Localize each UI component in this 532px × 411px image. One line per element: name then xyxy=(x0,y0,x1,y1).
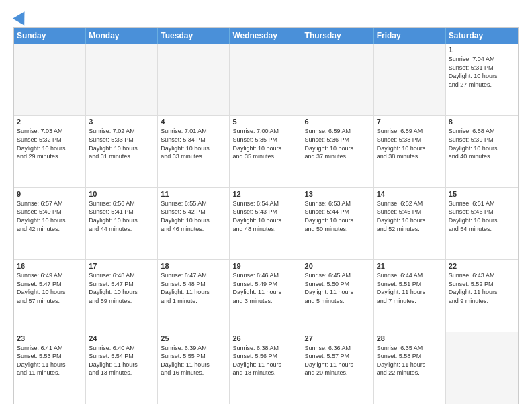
calendar-cell: 18Sunrise: 6:47 AM Sunset: 5:48 PM Dayli… xyxy=(158,260,230,331)
day-number: 18 xyxy=(161,262,226,270)
calendar-cell: 2Sunrise: 7:03 AM Sunset: 5:32 PM Daylig… xyxy=(14,116,86,187)
day-number: 8 xyxy=(449,118,515,126)
page: SundayMondayTuesdayWednesdayThursdayFrid… xyxy=(0,0,532,411)
calendar-cell xyxy=(86,44,158,115)
calendar-cell: 6Sunrise: 6:59 AM Sunset: 5:36 PM Daylig… xyxy=(302,116,374,187)
day-number: 17 xyxy=(89,262,154,270)
day-info: Sunrise: 6:56 AM Sunset: 5:41 PM Dayligh… xyxy=(89,199,154,233)
logo-triangle-icon xyxy=(13,8,30,26)
day-info: Sunrise: 6:41 AM Sunset: 5:53 PM Dayligh… xyxy=(17,344,83,377)
calendar-cell: 12Sunrise: 6:54 AM Sunset: 5:43 PM Dayli… xyxy=(230,188,302,259)
day-info: Sunrise: 6:59 AM Sunset: 5:38 PM Dayligh… xyxy=(377,127,443,161)
calendar-cell: 9Sunrise: 6:57 AM Sunset: 5:40 PM Daylig… xyxy=(14,188,86,259)
calendar-cell: 20Sunrise: 6:45 AM Sunset: 5:50 PM Dayli… xyxy=(302,260,374,331)
day-number: 19 xyxy=(232,262,298,270)
logo xyxy=(13,11,28,20)
day-info: Sunrise: 6:52 AM Sunset: 5:45 PM Dayligh… xyxy=(377,199,443,233)
calendar-cell xyxy=(14,44,86,115)
calendar-cell: 17Sunrise: 6:48 AM Sunset: 5:47 PM Dayli… xyxy=(86,260,158,331)
day-info: Sunrise: 7:02 AM Sunset: 5:33 PM Dayligh… xyxy=(89,127,154,161)
day-number: 7 xyxy=(377,118,443,126)
calendar-cell: 23Sunrise: 6:41 AM Sunset: 5:53 PM Dayli… xyxy=(14,332,86,404)
day-number: 23 xyxy=(17,334,83,342)
day-number: 26 xyxy=(232,334,298,342)
day-number: 11 xyxy=(161,190,226,198)
calendar-row-4: 16Sunrise: 6:49 AM Sunset: 5:47 PM Dayli… xyxy=(14,260,518,332)
day-number: 9 xyxy=(17,190,83,198)
day-number: 16 xyxy=(17,262,83,270)
calendar-cell: 26Sunrise: 6:38 AM Sunset: 5:56 PM Dayli… xyxy=(230,332,302,404)
calendar: SundayMondayTuesdayWednesdayThursdayFrid… xyxy=(13,27,519,404)
day-number: 10 xyxy=(89,190,154,198)
calendar-cell: 28Sunrise: 6:35 AM Sunset: 5:58 PM Dayli… xyxy=(374,332,446,404)
day-info: Sunrise: 6:39 AM Sunset: 5:55 PM Dayligh… xyxy=(161,344,226,377)
weekday-header-wednesday: Wednesday xyxy=(230,28,302,44)
day-number: 4 xyxy=(161,118,226,126)
calendar-row-3: 9Sunrise: 6:57 AM Sunset: 5:40 PM Daylig… xyxy=(14,188,518,260)
day-number: 12 xyxy=(232,190,298,198)
calendar-cell: 22Sunrise: 6:43 AM Sunset: 5:52 PM Dayli… xyxy=(446,260,518,331)
day-info: Sunrise: 6:48 AM Sunset: 5:47 PM Dayligh… xyxy=(89,271,154,305)
day-info: Sunrise: 6:49 AM Sunset: 5:47 PM Dayligh… xyxy=(17,271,83,305)
calendar-header: SundayMondayTuesdayWednesdayThursdayFrid… xyxy=(14,28,518,44)
calendar-cell: 8Sunrise: 6:58 AM Sunset: 5:39 PM Daylig… xyxy=(446,116,518,187)
day-info: Sunrise: 6:36 AM Sunset: 5:57 PM Dayligh… xyxy=(305,344,371,377)
calendar-body: 1Sunrise: 7:04 AM Sunset: 5:31 PM Daylig… xyxy=(14,44,518,404)
weekday-header-friday: Friday xyxy=(374,28,446,44)
weekday-header-sunday: Sunday xyxy=(14,28,86,44)
weekday-header-saturday: Saturday xyxy=(446,28,518,44)
day-info: Sunrise: 6:58 AM Sunset: 5:39 PM Dayligh… xyxy=(449,127,515,161)
day-number: 13 xyxy=(305,190,371,198)
calendar-cell: 3Sunrise: 7:02 AM Sunset: 5:33 PM Daylig… xyxy=(86,116,158,187)
calendar-cell: 25Sunrise: 6:39 AM Sunset: 5:55 PM Dayli… xyxy=(158,332,230,404)
day-info: Sunrise: 6:54 AM Sunset: 5:43 PM Dayligh… xyxy=(232,199,298,233)
calendar-cell xyxy=(158,44,230,115)
day-number: 28 xyxy=(377,334,443,342)
calendar-row-1: 1Sunrise: 7:04 AM Sunset: 5:31 PM Daylig… xyxy=(14,44,518,116)
day-number: 21 xyxy=(377,262,443,270)
calendar-cell: 21Sunrise: 6:44 AM Sunset: 5:51 PM Dayli… xyxy=(374,260,446,331)
day-info: Sunrise: 6:51 AM Sunset: 5:46 PM Dayligh… xyxy=(449,199,515,233)
weekday-header-monday: Monday xyxy=(86,28,158,44)
weekday-header-tuesday: Tuesday xyxy=(158,28,230,44)
calendar-row-2: 2Sunrise: 7:03 AM Sunset: 5:32 PM Daylig… xyxy=(14,116,518,187)
calendar-cell xyxy=(374,44,446,115)
day-info: Sunrise: 6:59 AM Sunset: 5:36 PM Dayligh… xyxy=(305,127,371,161)
calendar-cell: 11Sunrise: 6:55 AM Sunset: 5:42 PM Dayli… xyxy=(158,188,230,259)
calendar-cell: 15Sunrise: 6:51 AM Sunset: 5:46 PM Dayli… xyxy=(446,188,518,259)
day-info: Sunrise: 6:53 AM Sunset: 5:44 PM Dayligh… xyxy=(305,199,371,233)
day-number: 25 xyxy=(161,334,226,342)
calendar-cell: 24Sunrise: 6:40 AM Sunset: 5:54 PM Dayli… xyxy=(86,332,158,404)
header xyxy=(13,11,519,20)
calendar-cell: 19Sunrise: 6:46 AM Sunset: 5:49 PM Dayli… xyxy=(230,260,302,331)
day-number: 24 xyxy=(89,334,154,342)
calendar-cell xyxy=(446,332,518,404)
day-info: Sunrise: 6:43 AM Sunset: 5:52 PM Dayligh… xyxy=(449,271,515,305)
calendar-cell xyxy=(302,44,374,115)
day-number: 20 xyxy=(305,262,371,270)
calendar-cell: 1Sunrise: 7:04 AM Sunset: 5:31 PM Daylig… xyxy=(446,44,518,115)
day-number: 2 xyxy=(17,118,83,126)
day-number: 3 xyxy=(89,118,154,126)
day-info: Sunrise: 6:44 AM Sunset: 5:51 PM Dayligh… xyxy=(377,271,443,305)
calendar-cell: 27Sunrise: 6:36 AM Sunset: 5:57 PM Dayli… xyxy=(302,332,374,404)
calendar-cell: 7Sunrise: 6:59 AM Sunset: 5:38 PM Daylig… xyxy=(374,116,446,187)
calendar-cell: 10Sunrise: 6:56 AM Sunset: 5:41 PM Dayli… xyxy=(86,188,158,259)
day-info: Sunrise: 6:46 AM Sunset: 5:49 PM Dayligh… xyxy=(232,271,298,305)
weekday-header-thursday: Thursday xyxy=(302,28,374,44)
calendar-cell: 13Sunrise: 6:53 AM Sunset: 5:44 PM Dayli… xyxy=(302,188,374,259)
day-number: 27 xyxy=(305,334,371,342)
day-info: Sunrise: 6:38 AM Sunset: 5:56 PM Dayligh… xyxy=(232,344,298,377)
calendar-cell: 16Sunrise: 6:49 AM Sunset: 5:47 PM Dayli… xyxy=(14,260,86,331)
logo-text xyxy=(13,11,28,23)
day-info: Sunrise: 6:45 AM Sunset: 5:50 PM Dayligh… xyxy=(305,271,371,305)
day-info: Sunrise: 6:35 AM Sunset: 5:58 PM Dayligh… xyxy=(377,344,443,377)
calendar-row-5: 23Sunrise: 6:41 AM Sunset: 5:53 PM Dayli… xyxy=(14,332,518,404)
day-info: Sunrise: 6:55 AM Sunset: 5:42 PM Dayligh… xyxy=(161,199,226,233)
day-number: 6 xyxy=(305,118,371,126)
calendar-cell xyxy=(230,44,302,115)
calendar-cell: 5Sunrise: 7:00 AM Sunset: 5:35 PM Daylig… xyxy=(230,116,302,187)
day-info: Sunrise: 7:01 AM Sunset: 5:34 PM Dayligh… xyxy=(161,127,226,161)
calendar-cell: 4Sunrise: 7:01 AM Sunset: 5:34 PM Daylig… xyxy=(158,116,230,187)
day-info: Sunrise: 7:04 AM Sunset: 5:31 PM Dayligh… xyxy=(449,55,515,89)
